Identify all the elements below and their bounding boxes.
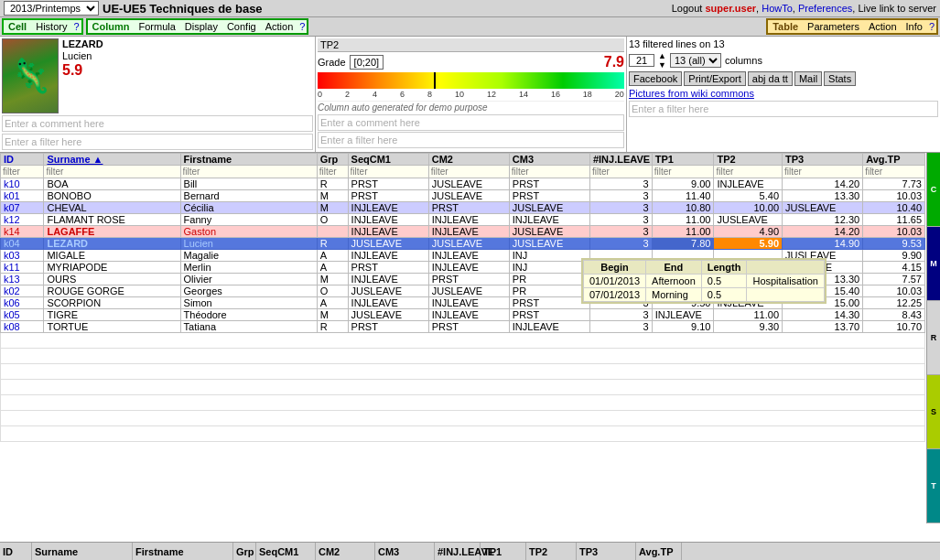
abj-col-length: Length xyxy=(701,261,747,275)
table-row-empty xyxy=(1,333,925,349)
student-firstname: Lucien xyxy=(62,50,103,61)
table-menu[interactable]: Table xyxy=(768,20,803,33)
col-firstname[interactable]: Firstname xyxy=(180,154,317,166)
filter-firstname[interactable] xyxy=(181,166,317,178)
filter-tp1[interactable] xyxy=(653,166,714,178)
mail-btn[interactable]: Mail xyxy=(794,71,822,86)
action-buttons: Facebook Print/Export abj da tt Mail Sta… xyxy=(629,71,938,86)
abj-row: 07/01/2013 Morning 0.5 xyxy=(584,288,825,302)
filtered-lines: 13 filtered lines on 13 xyxy=(629,38,938,49)
grade-label: Grade xyxy=(318,57,346,68)
lizard-image: 🦎 xyxy=(2,38,59,113)
tp-label: TP2 xyxy=(318,38,624,52)
col-cm1[interactable]: SeqCM1 xyxy=(348,154,428,166)
column-menu[interactable]: Column xyxy=(88,20,135,33)
lines-input[interactable] xyxy=(629,54,654,67)
student-lastname: LEZARD xyxy=(62,38,103,49)
abj-row: 01/01/2013 Afternoon 0.5 Hospitalisation xyxy=(584,275,825,288)
auto-description: Column auto generated for demo purpose xyxy=(318,101,624,113)
col-grp[interactable]: Grp xyxy=(317,154,348,166)
filter-cm2[interactable] xyxy=(429,166,509,178)
col-tp2[interactable]: TP2 xyxy=(714,154,783,166)
table-row-empty xyxy=(1,349,925,364)
table-row[interactable]: k12 FLAMANT ROSE Fanny O INJLEAVE INJLEA… xyxy=(1,214,925,226)
abj-col-end: End xyxy=(646,261,702,275)
parameters-menu[interactable]: Parameters xyxy=(803,20,864,33)
col-surname[interactable]: Surname ▲ xyxy=(44,154,180,166)
print-export-btn[interactable]: Print/Export xyxy=(684,71,745,86)
table-question[interactable]: ? xyxy=(927,21,936,32)
table-footer: ID Surname Firstname Grp SeqCM1 CM2 CM3 … xyxy=(0,542,940,560)
info-menu[interactable]: Info xyxy=(902,20,927,33)
filter-injleave[interactable] xyxy=(590,166,652,178)
filter-cm3[interactable] xyxy=(510,166,589,178)
table-row[interactable]: k01 BONOBO Bernard M PRST JUSLEAVE PRST … xyxy=(1,190,925,202)
filter-input-right[interactable]: Enter a filter here xyxy=(629,101,938,117)
col-tp1[interactable]: TP1 xyxy=(652,154,714,166)
edge-s[interactable]: S xyxy=(927,375,940,449)
filter-grp[interactable] xyxy=(318,166,348,178)
comment-input-mid[interactable]: Enter a comment here xyxy=(318,114,624,131)
live-link: Live link to server xyxy=(858,3,936,14)
table-row[interactable]: k10 BOA Bill R PRST JUSLEAVE PRST 3 9.00… xyxy=(1,178,925,190)
table-action-menu[interactable]: Action xyxy=(864,20,902,33)
config-menu[interactable]: Config xyxy=(222,20,261,33)
page-title: UE-UE5 Techniques de base xyxy=(103,2,263,16)
student-score: 5.9 xyxy=(62,62,103,79)
cell-question[interactable]: ? xyxy=(71,21,81,32)
col-cm2[interactable]: CM2 xyxy=(428,154,509,166)
top-right-info: Logout super.user, HowTo, Preferences, L… xyxy=(672,3,936,14)
howto-link[interactable]: HowTo xyxy=(762,3,793,14)
edge-m[interactable]: M xyxy=(927,227,940,301)
abj-da-tt-btn[interactable]: abj da tt xyxy=(748,71,793,86)
filter-tp3[interactable] xyxy=(783,166,862,178)
table-row[interactable]: k07 CHEVAL Cécilia M INJLEAVE PRST JUSLE… xyxy=(1,202,925,214)
filter-surname[interactable] xyxy=(44,166,179,178)
col-id[interactable]: ID xyxy=(1,154,44,166)
col-question[interactable]: ? xyxy=(297,21,307,32)
username: super.user xyxy=(705,3,756,14)
abj-popup: Begin End Length 01/01/2013 Afternoon 0.… xyxy=(581,258,827,304)
edge-c[interactable]: C xyxy=(927,153,940,227)
edge-t[interactable]: T xyxy=(927,449,940,523)
wiki-commons-link[interactable]: Pictures from wiki commons xyxy=(629,88,938,99)
lines-select[interactable]: 13 (all) xyxy=(670,53,721,68)
filter-tp2[interactable] xyxy=(714,166,782,178)
score-value: 7.9 xyxy=(604,54,624,70)
col-avgtp[interactable]: Avg.TP xyxy=(863,154,925,166)
table-header-row: ID Surname ▲ Firstname Grp SeqCM1 CM2 CM… xyxy=(1,154,925,166)
table-row[interactable]: k08 TORTUE Tatiana R PRST PRST INJLEAVE … xyxy=(1,321,925,333)
filter-id[interactable] xyxy=(1,166,43,178)
right-edge-panel: C M R S T xyxy=(926,153,940,523)
table-row-empty xyxy=(1,426,925,442)
facebook-btn[interactable]: Facebook xyxy=(629,71,682,86)
table-row-empty xyxy=(1,380,925,395)
action-menu[interactable]: Action xyxy=(261,20,298,33)
filter-input-left[interactable]: Enter a filter here xyxy=(2,134,313,150)
grade-slider[interactable] xyxy=(318,72,624,89)
preferences-link[interactable]: Preferences xyxy=(798,3,852,14)
abj-col-reason xyxy=(747,261,825,275)
display-menu[interactable]: Display xyxy=(180,20,222,33)
table-row[interactable]: k04 LEZARD Lucien R JUSLEAVE JUSLEAVE JU… xyxy=(1,238,925,250)
comment-input-left[interactable]: Enter a comment here xyxy=(2,115,313,132)
table-row[interactable]: k14 LAGAFFE Gaston INJLEAVE INJLEAVE JUS… xyxy=(1,226,925,238)
edge-r[interactable]: R xyxy=(927,301,940,375)
table-row-empty xyxy=(1,411,925,426)
grade-range-box: [0;20] xyxy=(350,55,384,70)
history-menu[interactable]: History xyxy=(31,20,71,33)
filter-avgtp[interactable] xyxy=(863,166,924,178)
filter-row xyxy=(1,166,925,178)
formula-menu[interactable]: Formula xyxy=(135,20,180,33)
cell-menu[interactable]: Cell xyxy=(4,20,31,33)
col-cm3[interactable]: CM3 xyxy=(509,154,589,166)
slider-labels: 02468101214161820 xyxy=(318,90,624,99)
col-injleave[interactable]: #INJ.LEAVE xyxy=(589,154,652,166)
col-tp3[interactable]: TP3 xyxy=(783,154,863,166)
stats-btn[interactable]: Stats xyxy=(824,71,856,86)
filter-input-mid[interactable]: Enter a filter here xyxy=(318,132,624,148)
columns-label: columns xyxy=(725,55,762,66)
filter-cm1[interactable] xyxy=(349,166,428,178)
session-selector[interactable]: 2013/Printemps xyxy=(4,1,99,16)
table-row[interactable]: k05 TIGRE Théodore M JUSLEAVE INJLEAVE P… xyxy=(1,309,925,321)
